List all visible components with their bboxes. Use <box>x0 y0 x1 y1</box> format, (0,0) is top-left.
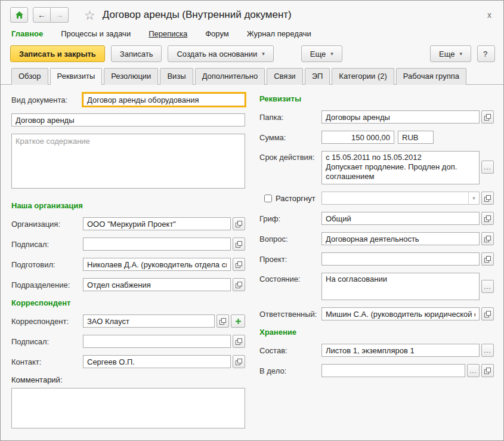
organization-input[interactable] <box>83 217 231 230</box>
correspondent-input[interactable] <box>83 314 215 328</box>
contact-input[interactable] <box>83 355 231 368</box>
state-label: Состояние: <box>259 273 321 283</box>
stamp-picker-button[interactable] <box>481 212 494 225</box>
tab-rezolyucii[interactable]: Резолюции <box>104 68 158 85</box>
signed-by-picker-button[interactable] <box>233 238 245 251</box>
amount-input[interactable] <box>321 131 394 144</box>
create-based-on-button[interactable]: Создать на основании ▾ <box>168 45 273 62</box>
responsible-picker-button[interactable] <box>481 307 494 320</box>
to-file-label: В дело: <box>259 366 321 375</box>
correspondent-label: Корреспондент: <box>11 317 83 326</box>
organization-label: Организация: <box>11 220 83 229</box>
project-input[interactable] <box>321 252 480 266</box>
nav-processy-i-zadachi[interactable]: Процессы и задачи <box>61 29 131 38</box>
doc-type-label: Вид документа: <box>11 95 83 104</box>
doc-type-input[interactable] <box>83 93 245 106</box>
terminated-label: Расторгнут <box>276 194 316 203</box>
tab-rekvizity[interactable]: Реквизиты <box>50 68 103 85</box>
composition-label: Состав: <box>259 346 321 355</box>
folder-picker-button[interactable] <box>481 110 494 124</box>
tab-rabochaya-gruppa[interactable]: Рабочая группа <box>396 68 466 85</box>
currency-input[interactable] <box>398 131 434 144</box>
window-more-button[interactable]: Еще ▾ <box>430 45 471 62</box>
window-title: Договор аренды (Внутренний документ) <box>103 9 292 21</box>
terminated-checkbox[interactable] <box>264 195 272 202</box>
prepared-by-input[interactable] <box>83 258 231 271</box>
form-panel: Вид документа: Наша организация Организа… <box>1 84 503 434</box>
validity-box[interactable]: с 15.05.2011 по 15.05.2012 Допускает про… <box>321 151 480 184</box>
section-rekvizity: Реквизиты <box>259 94 494 103</box>
corr-signed-by-picker-button[interactable] <box>233 335 245 348</box>
tab-svyazi[interactable]: Связи <box>267 68 302 85</box>
signed-by-label: Подписал: <box>11 240 83 249</box>
save-close-button[interactable]: Записать и закрыть <box>10 45 105 62</box>
stamp-label: Гриф: <box>259 214 321 223</box>
folder-input[interactable] <box>321 110 480 124</box>
organization-picker-button[interactable] <box>233 217 245 230</box>
signed-by-input[interactable] <box>83 238 231 251</box>
tab-ep[interactable]: ЭП <box>305 68 330 85</box>
tab-dopolnitelno[interactable]: Дополнительно <box>195 68 265 85</box>
select-icon <box>236 221 242 227</box>
help-button[interactable]: ? <box>477 45 495 62</box>
validity-ellipsis-button[interactable]: ... <box>481 161 494 174</box>
close-icon[interactable]: x <box>484 9 495 21</box>
contact-picker-button[interactable] <box>233 355 245 368</box>
question-picker-button[interactable] <box>481 232 494 245</box>
create-correspondent-button[interactable] <box>231 314 245 328</box>
to-file-ellipsis-button[interactable]: ... <box>467 364 480 377</box>
state-ellipsis-button[interactable]: ... <box>481 280 494 293</box>
command-bar: Записать и закрыть Записать Создать на о… <box>1 43 503 68</box>
chevron-down-icon: ▾ <box>330 51 333 57</box>
department-input[interactable] <box>83 278 231 291</box>
select-icon <box>236 338 242 345</box>
state-box[interactable]: На согласовании <box>321 273 480 300</box>
to-file-input[interactable] <box>321 364 465 377</box>
contact-label: Контакт: <box>11 357 83 366</box>
tab-vizy[interactable]: Визы <box>160 68 193 85</box>
back-arrow-icon: ← <box>38 10 46 20</box>
nav-zhurnal-peredachi[interactable]: Журнал передачи <box>247 29 311 38</box>
nav-perepiska[interactable]: Переписка <box>149 29 187 38</box>
comment-label: Комментарий: <box>11 375 63 384</box>
validity-label: Срок действия: <box>259 151 321 162</box>
home-icon <box>15 11 24 19</box>
nav-glavnoe[interactable]: Главное <box>11 29 43 38</box>
to-file-picker-button[interactable] <box>481 364 494 377</box>
terminated-input[interactable] <box>322 192 468 204</box>
chevron-down-icon[interactable]: ▾ <box>468 192 479 204</box>
window-more-label: Еще <box>439 50 454 58</box>
project-picker-button[interactable] <box>481 252 494 266</box>
select-icon <box>236 282 242 288</box>
home-button[interactable] <box>10 7 28 23</box>
composition-ellipsis-button[interactable]: ... <box>481 344 494 357</box>
plus-icon <box>235 318 242 325</box>
corr-signed-by-input[interactable] <box>83 335 231 348</box>
section-navbar: Главное Процессы и задачи Переписка Фору… <box>1 28 503 43</box>
prepared-by-picker-button[interactable] <box>233 258 245 271</box>
tab-kategorii[interactable]: Категории (2) <box>332 68 394 85</box>
save-button[interactable]: Записать <box>111 45 162 62</box>
correspondent-picker-button[interactable] <box>217 314 229 328</box>
folder-label: Папка: <box>259 113 321 122</box>
stamp-input[interactable] <box>321 212 480 225</box>
forward-button[interactable]: → <box>51 7 69 23</box>
select-icon <box>219 318 226 325</box>
tab-obzor[interactable]: Обзор <box>11 68 48 85</box>
select-icon <box>236 359 242 365</box>
back-button[interactable]: ← <box>33 7 51 23</box>
document-name-input[interactable] <box>11 113 245 127</box>
terminated-picker-button[interactable] <box>481 192 494 205</box>
favorite-star-icon[interactable]: ☆ <box>84 9 95 21</box>
question-input[interactable] <box>321 232 480 245</box>
composition-input[interactable] <box>321 344 480 357</box>
nav-forum[interactable]: Форум <box>205 29 229 38</box>
comment-textarea[interactable] <box>11 388 245 428</box>
project-label: Проект: <box>259 255 321 264</box>
summary-textarea[interactable] <box>11 134 245 189</box>
responsible-label: Ответственный: <box>259 310 321 319</box>
select-icon <box>484 215 491 222</box>
form-more-button[interactable]: Еще ▾ <box>301 45 342 62</box>
responsible-input[interactable] <box>321 307 480 320</box>
department-picker-button[interactable] <box>233 278 245 291</box>
